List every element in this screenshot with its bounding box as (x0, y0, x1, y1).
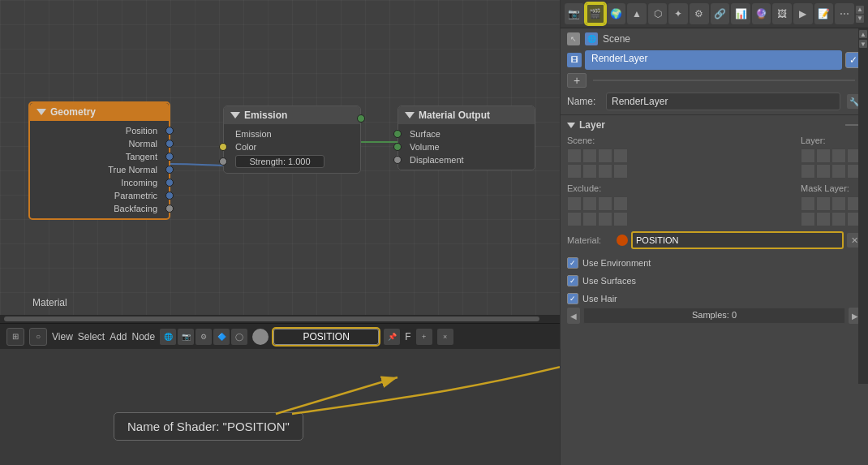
emission-strength-socket[interactable] (219, 157, 227, 166)
top-icon-world[interactable]: 🌍 (607, 3, 626, 24)
geometry-truenormal-socket[interactable] (165, 166, 174, 174)
render-layer-select[interactable]: RenderLayer (585, 50, 842, 70)
emission-output-row: Emission (224, 127, 360, 140)
top-icon-anim[interactable]: ▶ (793, 3, 813, 24)
toolbar-close-icon[interactable]: × (437, 329, 453, 345)
right-scroll-down[interactable]: ▼ (859, 40, 867, 48)
top-icon-scripting[interactable]: 📝 (814, 3, 834, 24)
emission-collapse-icon[interactable] (230, 112, 240, 118)
emission-output-socket[interactable] (357, 114, 365, 123)
top-icon-mesh[interactable]: ⬡ (648, 3, 668, 24)
exclude-cell-2[interactable] (582, 196, 597, 211)
scene-cell-2[interactable] (582, 149, 597, 163)
exclude-cell-7[interactable] (598, 212, 612, 226)
exclude-cell-8[interactable] (613, 212, 628, 226)
scene-cell-7[interactable] (598, 164, 612, 179)
layer-cell-6[interactable] (816, 164, 831, 179)
top-icon-physics[interactable]: ⚙ (690, 3, 709, 24)
top-icon-scene[interactable]: 🎬 (586, 3, 605, 24)
masklayer-grid (801, 196, 862, 226)
use-hair-checkbox[interactable]: ✓ (567, 293, 578, 304)
layer-cell-1[interactable] (801, 149, 815, 163)
toolbar-icon-2[interactable]: 📷 (178, 329, 194, 345)
samples-decrease-btn[interactable]: ◀ (567, 308, 580, 324)
top-icon-constraints[interactable]: 🔗 (711, 3, 730, 24)
material-select[interactable]: POSITION (631, 231, 844, 249)
geometry-normal-label: Normal (129, 139, 157, 149)
exclude-cell-6[interactable] (582, 212, 597, 226)
scene-cell-8[interactable] (613, 164, 628, 179)
exclude-cell-3[interactable] (598, 196, 612, 211)
top-icon-data[interactable]: 📊 (731, 3, 750, 24)
scene-cell-3[interactable] (598, 149, 612, 163)
geometry-position-socket[interactable] (165, 127, 174, 135)
f-label[interactable]: F (405, 331, 410, 342)
toolbar-icon-4[interactable]: 🔷 (213, 329, 230, 345)
right-scroll-up[interactable]: ▲ (859, 30, 867, 38)
layer-collapse-icon[interactable] (567, 123, 575, 128)
right-scrollbar[interactable]: ▲ ▼ (858, 28, 868, 384)
exclude-cell-1[interactable] (567, 196, 582, 211)
geometry-normal-socket[interactable] (165, 140, 174, 148)
toolbar-circle-icon[interactable] (252, 329, 269, 345)
scrollbar-thumb[interactable] (4, 316, 539, 321)
name-input[interactable] (606, 93, 840, 110)
emission-color-socket[interactable] (219, 143, 227, 151)
layer-cell-3[interactable] (831, 149, 846, 163)
top-icon-material[interactable]: 🔮 (752, 3, 771, 24)
geometry-incoming-socket[interactable] (165, 179, 174, 187)
geometry-parametric-socket[interactable] (165, 192, 174, 200)
toolbar-icon-3[interactable]: ⚙ (196, 329, 212, 345)
use-hair-label: Use Hair (582, 294, 617, 304)
use-surfaces-checkbox[interactable]: ✓ (567, 275, 578, 286)
add-layer-btn[interactable]: + (567, 73, 587, 88)
cursor-icon: ↖ (567, 32, 580, 45)
samples-input[interactable]: Samples: 0 (583, 308, 845, 324)
masklayer-cell-7[interactable] (831, 212, 846, 226)
masklayer-cell-3[interactable] (831, 196, 846, 211)
material-output-collapse-icon[interactable] (405, 112, 415, 118)
material-volume-socket[interactable] (393, 143, 402, 151)
toolbar-minus-icon[interactable]: ○ (29, 328, 47, 346)
scene-cell-5[interactable] (567, 164, 582, 179)
scroll-down-btn[interactable]: ▼ (856, 15, 864, 23)
layer-cell-5[interactable] (801, 164, 815, 179)
scene-cell-4[interactable] (613, 149, 628, 163)
select-menu[interactable]: Select (78, 331, 105, 342)
exclude-cell-5[interactable] (567, 212, 582, 226)
scene-cell-6[interactable] (582, 164, 597, 179)
masklayer-cell-5[interactable] (801, 212, 815, 226)
top-icon-more[interactable]: ⋯ (835, 3, 854, 24)
node-menu[interactable]: Node (132, 331, 156, 342)
geometry-backfacing-socket[interactable] (165, 205, 174, 213)
top-icon-render[interactable]: 📷 (565, 3, 584, 24)
scene-cell-1[interactable] (567, 149, 582, 163)
layer-cell-2[interactable] (816, 149, 831, 163)
horizontal-scrollbar[interactable] (0, 315, 560, 323)
scroll-up-btn[interactable]: ▲ (856, 6, 864, 14)
material-displacement-socket[interactable] (393, 156, 402, 164)
geometry-collapse-icon[interactable] (37, 109, 46, 115)
material-surface-socket[interactable] (393, 130, 402, 138)
exclude-cell-4[interactable] (613, 196, 628, 211)
toolbar-scene-icon[interactable]: ⊞ (6, 328, 24, 346)
shader-name-input[interactable] (273, 329, 379, 345)
toolbar-pin-icon[interactable]: 📌 (384, 329, 400, 345)
view-menu[interactable]: View (52, 331, 73, 342)
top-icon-particles[interactable]: ✦ (668, 3, 688, 24)
top-icon-object[interactable]: ▲ (627, 3, 647, 24)
masklayer-cell-2[interactable] (816, 196, 831, 211)
masklayer-cell-1[interactable] (801, 196, 815, 211)
use-environment-checkbox[interactable]: ✓ (567, 257, 578, 269)
emission-strength-input[interactable]: Strength: 1.000 (235, 155, 324, 168)
toolbar-plus-icon[interactable]: + (416, 329, 432, 345)
masklayer-cell-6[interactable] (816, 212, 831, 226)
toolbar-icon-5[interactable]: ◯ (231, 329, 247, 345)
top-icon-texture[interactable]: 🖼 (772, 3, 792, 24)
geometry-tangent-socket[interactable] (165, 153, 174, 161)
layer-cell-7[interactable] (831, 164, 846, 179)
toolbar-icon-1[interactable]: 🌐 (160, 329, 176, 345)
geometry-position-label: Position (126, 126, 157, 136)
layer-section-label: Layer (579, 119, 605, 131)
add-menu[interactable]: Add (110, 331, 127, 342)
